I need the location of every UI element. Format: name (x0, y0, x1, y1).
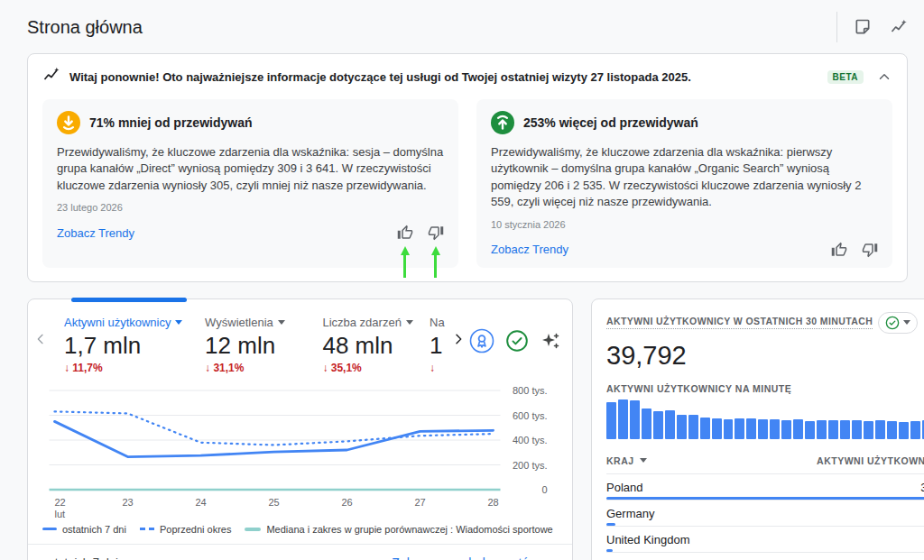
legend-dashed-swatch (140, 528, 154, 530)
view-trends-link[interactable]: Zobacz Trendy (491, 243, 568, 256)
metric-label: Na (430, 316, 445, 329)
metric-value: 1,7 mln (64, 332, 189, 360)
minute-bar (781, 420, 791, 439)
minute-bar (700, 418, 710, 439)
minute-bar (828, 420, 838, 439)
metric-views[interactable]: Wyświetlenia 12 mln ↓ 31,1% (205, 316, 306, 374)
trend-line-chart: 800 tys.600 tys.400 tys.200 tys.022lut23… (28, 374, 572, 522)
country-name: Germany (606, 507, 654, 520)
minute-bar (887, 421, 897, 439)
svg-text:600 tys.: 600 tys. (513, 409, 548, 420)
check-circle-icon[interactable] (505, 329, 529, 353)
chevron-up-icon[interactable] (876, 69, 892, 85)
benchmark-icon[interactable] (469, 328, 494, 353)
svg-text:27: 27 (414, 497, 425, 508)
insight-title: 71% mniej od przewidywań (89, 115, 253, 130)
svg-text:400 tys.: 400 tys. (513, 435, 548, 445)
beta-badge: BETA (827, 70, 864, 84)
banner-message: Witaj ponownie! Oto najważniejsze inform… (69, 70, 818, 84)
country-row: United Kingdom 292 (606, 526, 924, 552)
minute-bar (770, 419, 780, 439)
metric-truncated[interactable]: Na 1 ↓ (430, 316, 451, 374)
svg-text:0: 0 (541, 484, 547, 495)
metric-change: ↓ (430, 362, 451, 374)
country-users: 38 tys. (920, 481, 924, 494)
minute-bar (630, 400, 640, 439)
data-quality-pill[interactable] (878, 312, 918, 334)
page-title: Strona główna (27, 17, 143, 38)
country-row: Poland 38 tys. (606, 473, 924, 500)
per-minute-label: AKTYWNI UŻYTKOWNICY NA MINUTĘ (606, 383, 924, 394)
thumb-up-icon[interactable] (397, 225, 413, 241)
page-header: Strona główna (0, 0, 924, 50)
insight-card-forecast-down: 71% mniej od przewidywań Przewidywaliśmy… (42, 99, 458, 268)
country-name: Poland (606, 481, 642, 494)
svg-text:26: 26 (341, 497, 352, 508)
minute-bar (724, 419, 734, 439)
minute-bar (735, 418, 744, 439)
svg-text:lut: lut (55, 509, 66, 519)
gemini-sparkle-icon[interactable] (540, 330, 561, 352)
feedback-thumbs (397, 225, 444, 241)
minute-bar (688, 415, 698, 438)
insights-banner: Witaj ponownie! Oto najważniejsze inform… (27, 53, 908, 282)
active-tab-indicator (71, 298, 187, 302)
insight-date: 10 stycznia 2026 (491, 219, 878, 230)
minute-bar (852, 420, 862, 439)
svg-text:23: 23 (122, 497, 133, 508)
metric-value: 48 mln (322, 332, 420, 360)
minute-bar (677, 415, 687, 439)
overview-trend-card: Aktywni użytkownicy 1,7 mln ↓ 11,7% Wyśw… (27, 298, 573, 560)
metric-label: Liczba zdarzeń (322, 316, 401, 329)
realtime-card: AKTYWNI UŻYTKOWNICY W OSTATNICH 30 MINUT… (591, 298, 924, 560)
minute-bar (899, 422, 909, 439)
date-range-dropdown[interactable]: ostatnich 7 dni (42, 555, 133, 560)
active-users-30min-value: 39,792 (606, 341, 924, 371)
check-circle-icon (885, 316, 900, 330)
annotation-arrow (430, 246, 440, 278)
scroll-left-icon[interactable] (33, 332, 48, 346)
metric-value: 12 mln (205, 332, 306, 360)
legend-solid-swatch (42, 528, 57, 530)
chevron-down-icon (406, 320, 413, 325)
arrow-right-icon: → (545, 555, 558, 560)
chevron-down-icon (903, 320, 910, 325)
column-active-users[interactable]: AKTYWNI UŻYTKOWNICY (817, 455, 924, 466)
insights-icon[interactable] (890, 18, 908, 36)
minute-bar (793, 419, 803, 439)
thumb-down-icon[interactable] (428, 225, 444, 241)
minute-bar (618, 399, 628, 439)
metric-label: Wyświetlenia (205, 316, 273, 329)
chevron-down-icon (175, 320, 182, 325)
scroll-right-icon[interactable] (451, 332, 466, 346)
reports-overview-link[interactable]: Zobacz przegląd raportów → (392, 555, 558, 560)
minute-bar (642, 409, 651, 439)
arrow-down-circle-icon (57, 111, 80, 134)
metric-active-users[interactable]: Aktywni użytkownicy 1,7 mln ↓ 11,7% (64, 316, 189, 374)
svg-text:28: 28 (487, 497, 498, 508)
svg-text:24: 24 (195, 497, 206, 508)
insight-date: 23 lutego 2026 (57, 202, 444, 213)
minute-bar (746, 418, 756, 439)
country-row: Germany 523 (606, 500, 924, 526)
annotation-arrow (400, 246, 410, 278)
view-trends-link[interactable]: Zobacz Trendy (57, 226, 134, 240)
country-row: Netherlands 143 (606, 552, 924, 560)
metric-value: 1 (430, 332, 451, 360)
svg-text:800 tys.: 800 tys. (513, 385, 548, 396)
thumb-down-icon[interactable] (862, 242, 878, 258)
insight-card-forecast-up: 253% więcej od przewidywań Przewidywaliś… (476, 99, 892, 268)
svg-text:200 tys.: 200 tys. (513, 459, 548, 470)
metric-change: ↓ 11,7% (64, 362, 189, 374)
thumb-up-icon[interactable] (831, 242, 847, 258)
legend-label: ostatnich 7 dni (62, 524, 126, 535)
metric-change: ↓ 35,1% (322, 362, 420, 374)
feedback-thumbs (831, 242, 878, 258)
column-country[interactable]: KRAJ (606, 455, 647, 466)
note-icon[interactable] (854, 18, 872, 36)
metric-event-count[interactable]: Liczba zdarzeń 48 mln ↓ 35,1% (322, 316, 420, 374)
minute-bar (875, 420, 885, 439)
minute-bar (653, 411, 663, 439)
legend-band-swatch (245, 528, 261, 531)
realtime-title: AKTYWNI UŻYTKOWNICY W OSTATNICH 30 MINUT… (606, 316, 873, 329)
